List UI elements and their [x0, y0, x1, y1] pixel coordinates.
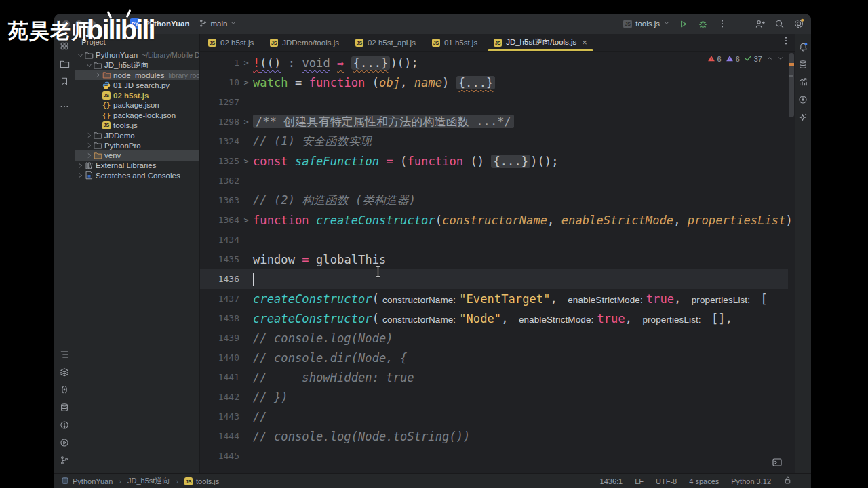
- line-number[interactable]: 10: [200, 77, 239, 87]
- tree-item[interactable]: Scratches and Consoles: [75, 171, 199, 181]
- breadcrumb-project[interactable]: PythonYuan: [73, 477, 113, 485]
- services-icon[interactable]: [58, 436, 71, 449]
- next-problem-button[interactable]: [777, 55, 784, 63]
- breadcrumb-file[interactable]: tools.js: [196, 477, 219, 485]
- previous-problem-button[interactable]: [766, 55, 773, 63]
- line-number[interactable]: 1437: [200, 293, 239, 304]
- code-line[interactable]: 1445: [200, 446, 788, 466]
- line-separator[interactable]: LF: [635, 477, 644, 485]
- code-line[interactable]: 1438createConstructor(constructorName:"N…: [200, 308, 788, 328]
- editor-tab[interactable]: JS02 h5st_api.js: [347, 34, 424, 51]
- tree-item[interactable]: JD_h5st逆向: [75, 60, 199, 70]
- breadcrumb-folder[interactable]: JD_h5st逆向: [127, 476, 170, 486]
- tree-chevron-icon[interactable]: [85, 132, 93, 138]
- line-number[interactable]: 1440: [200, 352, 239, 363]
- code-line[interactable]: 1363// (2) 构造函数 (类构造器): [200, 190, 788, 210]
- code-line[interactable]: 1443//: [200, 407, 788, 426]
- code-line[interactable]: 1364>function createConstructor(construc…: [200, 210, 788, 230]
- line-number[interactable]: 1298: [200, 117, 239, 127]
- warnings-indicator[interactable]: 6: [726, 54, 740, 64]
- close-tab-icon[interactable]: ×: [582, 37, 587, 47]
- search-everywhere-button[interactable]: [772, 17, 786, 30]
- tree-chevron-icon[interactable]: [76, 172, 84, 178]
- tree-chevron-icon[interactable]: [94, 72, 102, 78]
- tree-chevron-icon[interactable]: [85, 152, 93, 159]
- line-number[interactable]: 1441: [200, 372, 239, 382]
- code-editor[interactable]: 1>!(() : void ⇒ {...})();10>watch = func…: [200, 52, 795, 473]
- code-line[interactable]: 1362: [200, 171, 788, 190]
- editor-tab[interactable]: JSJD_h5st逆向/tools.js×: [486, 34, 595, 51]
- fold-marker-icon[interactable]: >: [239, 216, 253, 225]
- tree-item[interactable]: JStools.js: [75, 121, 199, 131]
- tree-item[interactable]: PythonYuan~/Library/Mobile Documen: [75, 50, 199, 60]
- editor-tab[interactable]: JSJDDemo/tools.js: [262, 34, 347, 51]
- coverage-icon[interactable]: [796, 93, 810, 106]
- layers-icon[interactable]: [58, 365, 71, 379]
- structure-icon[interactable]: [58, 348, 71, 361]
- line-number[interactable]: 1445: [200, 451, 239, 461]
- line-number[interactable]: 1435: [200, 254, 239, 264]
- fold-marker-icon[interactable]: >: [239, 58, 253, 68]
- more-actions-button[interactable]: [715, 17, 729, 30]
- floating-terminal-button[interactable]: [770, 455, 784, 469]
- tree-item[interactable]: {}package.json: [75, 100, 199, 110]
- profiler-icon[interactable]: [796, 75, 810, 89]
- debug-button[interactable]: [696, 17, 709, 30]
- tree-item[interactable]: {}package-lock.json: [75, 110, 199, 121]
- database-console-icon[interactable]: [58, 401, 71, 414]
- more-horizontal-icon[interactable]: [58, 100, 71, 113]
- code-line[interactable]: 1440// console.dir(Node, {: [200, 348, 788, 367]
- run-configuration-select[interactable]: JS tools.js: [623, 20, 670, 28]
- project-folder-icon[interactable]: [58, 57, 71, 70]
- run-button[interactable]: [676, 17, 690, 30]
- code-line[interactable]: 1437createConstructor(constructorName:"E…: [200, 289, 788, 308]
- code-line[interactable]: 1435window = globalThis: [200, 249, 788, 269]
- line-number[interactable]: 1297: [200, 97, 239, 107]
- stripe-mark[interactable]: [789, 75, 793, 77]
- line-number[interactable]: 1444: [200, 431, 239, 441]
- errors-indicator[interactable]: 6: [707, 54, 722, 64]
- code-line[interactable]: 1324// (1) 安全函数实现: [200, 131, 788, 151]
- bookmarks-icon[interactable]: [58, 75, 71, 88]
- code-line[interactable]: 1325>const safeFunction = (function () {…: [200, 151, 788, 171]
- code-with-me-button[interactable]: [753, 17, 766, 30]
- code-line[interactable]: 1>!(() : void ⇒ {...})();: [200, 53, 788, 73]
- notifications-bell-icon[interactable]: [796, 40, 810, 54]
- caret-position[interactable]: 1436:1: [600, 477, 623, 485]
- code-line[interactable]: 1298>/** 创建具有特定属性和方法的构造函数 ...*/: [200, 112, 788, 131]
- database-icon[interactable]: [796, 58, 810, 71]
- line-number[interactable]: 1364: [200, 215, 239, 225]
- python-console-icon[interactable]: [58, 383, 71, 396]
- tree-item[interactable]: PythonPro: [75, 140, 199, 150]
- line-number[interactable]: 1439: [200, 333, 239, 343]
- tree-chevron-icon[interactable]: [76, 52, 84, 58]
- code-line[interactable]: 1434: [200, 230, 788, 249]
- line-number[interactable]: 1362: [200, 176, 239, 186]
- fold-marker-icon[interactable]: >: [239, 117, 253, 127]
- line-number[interactable]: 1438: [200, 313, 239, 323]
- passed-indicator[interactable]: 37: [744, 54, 762, 64]
- editor-tab[interactable]: JS01 h5st.js: [424, 34, 486, 51]
- version-control-icon[interactable]: [58, 453, 71, 467]
- fold-marker-icon[interactable]: >: [239, 78, 253, 87]
- line-number[interactable]: 1434: [200, 235, 239, 245]
- code-line[interactable]: 10>watch = function (obj, name) {...}: [200, 73, 788, 92]
- interpreter[interactable]: Python 3.12: [731, 477, 771, 485]
- tab-options-button[interactable]: [781, 34, 795, 47]
- settings-button[interactable]: [792, 17, 806, 30]
- error-stripe-mark[interactable]: [789, 63, 794, 66]
- line-number[interactable]: 1324: [200, 136, 239, 146]
- code-line[interactable]: 1436: [200, 269, 788, 289]
- indent-style[interactable]: 4 spaces: [689, 477, 719, 485]
- line-number[interactable]: 1443: [200, 411, 239, 422]
- inspections-widget[interactable]: 6 6 37: [707, 54, 785, 64]
- tree-item[interactable]: JS02 h5st.js: [75, 90, 199, 100]
- tree-item[interactable]: 01 JD search.py: [75, 80, 199, 90]
- unlock-icon[interactable]: [783, 476, 792, 486]
- ai-assistant-icon[interactable]: [796, 110, 810, 124]
- line-number[interactable]: 1442: [200, 392, 239, 402]
- code-line[interactable]: 1297: [200, 92, 788, 112]
- line-number[interactable]: 1436: [200, 274, 239, 284]
- editor-tab[interactable]: JS02 h5st.js: [200, 34, 262, 51]
- tree-item[interactable]: venv: [75, 150, 199, 161]
